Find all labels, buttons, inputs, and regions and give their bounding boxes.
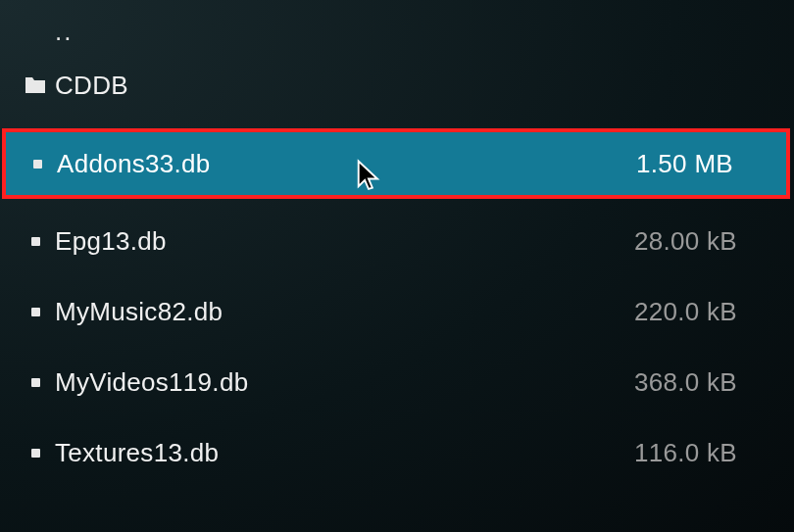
- item-name: Epg13.db: [55, 226, 634, 257]
- item-name: Textures13.db: [55, 438, 634, 468]
- parent-label: ..: [55, 17, 73, 47]
- icon-slot: [16, 378, 55, 387]
- icon-slot: [16, 75, 55, 95]
- file-icon: [31, 449, 40, 458]
- folder-icon: [23, 75, 48, 95]
- file-icon: [31, 378, 40, 387]
- file-item[interactable]: MyVideos119.db 368.0 kB: [0, 347, 794, 417]
- file-item-highlighted[interactable]: Addons33.db 1.50 MB: [2, 128, 790, 199]
- icon-slot: [16, 308, 55, 316]
- folder-item[interactable]: CDDB: [0, 55, 794, 116]
- file-list: .. CDDB Addons33.db 1.50 MB Epg13.db 28.…: [0, 0, 794, 488]
- file-icon: [33, 160, 42, 169]
- item-name: CDDB: [55, 71, 737, 101]
- file-item[interactable]: Textures13.db 116.0 kB: [0, 417, 794, 488]
- icon-slot: [16, 237, 55, 246]
- icon-slot: [16, 449, 55, 458]
- file-item[interactable]: Epg13.db 28.00 kB: [0, 206, 794, 276]
- file-icon: [31, 237, 40, 246]
- item-name: Addons33.db: [57, 149, 636, 179]
- item-size: 368.0 kB: [634, 367, 737, 398]
- parent-directory[interactable]: ..: [0, 8, 794, 55]
- item-size: 220.0 kB: [634, 297, 737, 327]
- file-item[interactable]: MyMusic82.db 220.0 kB: [0, 276, 794, 347]
- item-name: MyVideos119.db: [55, 367, 634, 398]
- item-size: 1.50 MB: [636, 149, 733, 179]
- item-size: 28.00 kB: [634, 226, 737, 257]
- icon-slot: [18, 160, 57, 169]
- file-icon: [31, 308, 40, 316]
- item-name: MyMusic82.db: [55, 297, 634, 327]
- item-size: 116.0 kB: [634, 438, 737, 468]
